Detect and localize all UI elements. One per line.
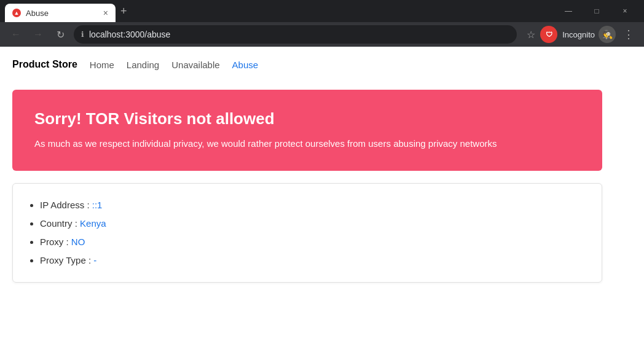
tab-close-button[interactable]: × xyxy=(103,8,108,18)
list-item: IP Address : ::1 xyxy=(40,196,587,214)
minimize-button[interactable]: — xyxy=(554,2,583,20)
alert-box: Sorry! TOR Visitors not allowed As much … xyxy=(12,90,602,171)
country-value: Kenya xyxy=(80,218,106,229)
navbar: Product Store Home Landing Unavailable A… xyxy=(12,54,632,77)
nav-link-home[interactable]: Home xyxy=(90,60,114,70)
brand-logo: Product Store xyxy=(12,59,77,70)
alert-title: Sorry! TOR Visitors not allowed xyxy=(34,109,580,128)
close-button[interactable]: × xyxy=(611,2,639,20)
proxy-value: NO xyxy=(71,237,85,247)
title-bar: ▲ Abuse × + — □ × xyxy=(0,0,644,22)
extension-icon[interactable]: 🛡 xyxy=(540,26,557,43)
browser-tab[interactable]: ▲ Abuse × xyxy=(5,4,116,22)
url-text: localhost:3000/abuse xyxy=(89,29,509,39)
window-controls: — □ × xyxy=(554,2,639,20)
proxy-type-value: - xyxy=(93,255,96,265)
info-list: IP Address : ::1 Country : Kenya Proxy :… xyxy=(28,196,587,270)
proxy-label: Proxy : xyxy=(40,237,71,247)
page-content: Product Store Home Landing Unavailable A… xyxy=(0,47,644,341)
incognito-avatar-icon: 🕵 xyxy=(599,26,616,43)
country-label: Country : xyxy=(40,218,80,229)
list-item: Country : Kenya xyxy=(40,214,587,233)
tab-favicon: ▲ xyxy=(12,9,21,17)
alert-description: As much as we respect individual privacy… xyxy=(34,137,580,151)
incognito-label: Incognito xyxy=(562,30,595,39)
maximize-button[interactable]: □ xyxy=(583,2,611,20)
address-bar[interactable]: ℹ localhost:3000/abuse xyxy=(74,25,517,44)
ip-value: ::1 xyxy=(92,200,103,210)
incognito-area: Incognito 🕵 xyxy=(562,26,616,43)
ip-label: IP Address : xyxy=(40,200,92,210)
lock-icon: ℹ xyxy=(81,30,84,39)
new-tab-button[interactable]: + xyxy=(120,5,127,18)
info-box: IP Address : ::1 Country : Kenya Proxy :… xyxy=(12,183,602,283)
browser-menu-button[interactable]: ⋮ xyxy=(621,25,637,44)
list-item: Proxy : NO xyxy=(40,233,587,251)
refresh-button[interactable]: ↻ xyxy=(52,26,69,43)
list-item: Proxy Type : - xyxy=(40,251,587,270)
extension-area: 🛡 xyxy=(540,26,557,43)
back-button[interactable]: ← xyxy=(7,26,25,43)
tab-title: Abuse xyxy=(26,9,98,18)
bookmark-icon[interactable]: ☆ xyxy=(527,29,535,41)
address-bar-row: ← → ↻ ℹ localhost:3000/abuse ☆ 🛡 Incogni… xyxy=(0,22,644,47)
forward-button[interactable]: → xyxy=(29,26,47,43)
nav-link-abuse[interactable]: Abuse xyxy=(232,60,259,70)
proxy-type-label: Proxy Type : xyxy=(40,255,93,265)
browser-chrome: ▲ Abuse × + — □ × ← → ↻ ℹ localhost:3000… xyxy=(0,0,644,47)
nav-link-landing[interactable]: Landing xyxy=(127,60,159,70)
main-section: Sorry! TOR Visitors not allowed As much … xyxy=(12,90,632,283)
nav-link-unavailable[interactable]: Unavailable xyxy=(171,60,219,70)
